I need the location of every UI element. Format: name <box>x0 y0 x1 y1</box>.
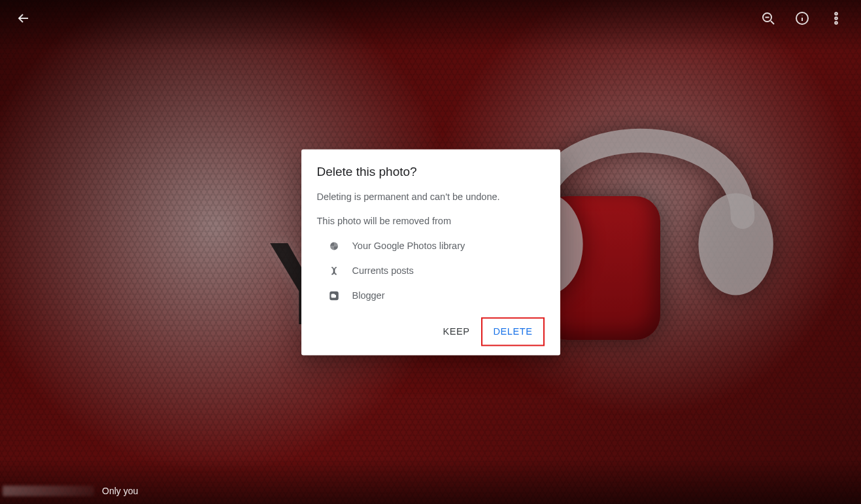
info-icon <box>794 10 810 26</box>
more-options-button[interactable] <box>820 3 852 34</box>
google-photos-icon <box>328 239 341 252</box>
delete-photo-dialog: Delete this photo? Deleting is permanent… <box>301 149 560 355</box>
annotation-highlight: DELETE <box>481 317 544 346</box>
footer-redacted-text <box>3 486 94 496</box>
viewer-top-toolbar <box>0 0 861 37</box>
svg-point-10 <box>835 22 837 24</box>
svg-point-1 <box>698 193 773 295</box>
svg-point-9 <box>835 17 837 20</box>
removal-target-list: Your Google Photos library Currents post… <box>317 233 545 308</box>
currents-icon <box>328 264 341 277</box>
delete-button[interactable]: DELETE <box>485 320 540 343</box>
dialog-action-row: KEEP DELETE <box>317 317 545 346</box>
dialog-removed-from-text: This photo will be removed from <box>317 216 545 229</box>
dialog-title: Delete this photo? <box>317 165 545 179</box>
zoom-out-icon <box>760 10 776 26</box>
list-item-label: Your Google Photos library <box>352 241 465 251</box>
blogger-icon <box>328 289 341 302</box>
back-button[interactable] <box>8 3 39 34</box>
svg-point-8 <box>835 12 837 15</box>
list-item-label: Blogger <box>352 290 385 301</box>
list-item: Blogger <box>317 283 545 308</box>
info-button[interactable] <box>786 3 818 34</box>
arrow-left-icon <box>16 10 31 26</box>
more-vert-icon <box>828 10 844 26</box>
svg-line-3 <box>771 21 774 24</box>
svg-point-7 <box>802 16 803 16</box>
zoom-out-button[interactable] <box>752 3 784 34</box>
list-item: Currents posts <box>317 258 545 283</box>
list-item-label: Currents posts <box>352 265 414 276</box>
list-item: Your Google Photos library <box>317 233 545 258</box>
background-art-shape <box>543 196 660 340</box>
bottom-gradient-scrim <box>0 458 861 504</box>
viewer-footer: Only you <box>0 486 138 496</box>
dialog-warning-text: Deleting is permanent and can't be undon… <box>317 191 545 204</box>
visibility-label: Only you <box>102 486 138 496</box>
keep-button[interactable]: KEEP <box>435 320 477 343</box>
